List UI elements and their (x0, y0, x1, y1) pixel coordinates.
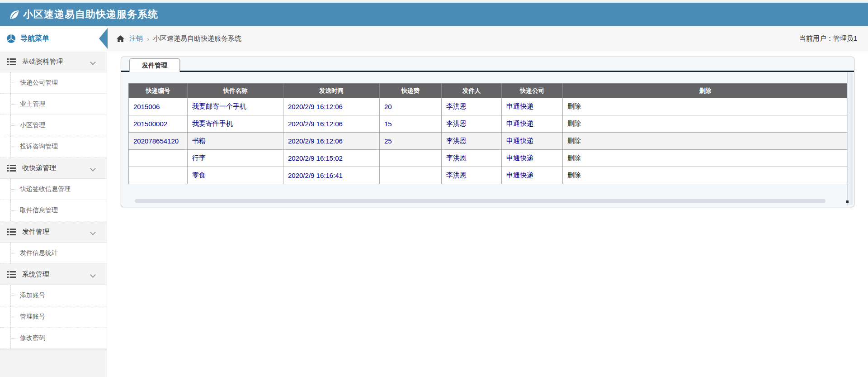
col-express-id: 快递编号 (129, 84, 188, 98)
main-content: 发件管理 快递编号 快件名称 发送时间 快递费 发件人 快递公司 删除 (107, 51, 868, 377)
cell-company: 申通快递 (502, 150, 563, 167)
page: 小区速递易自助快递服务系统 注销 › 小区速递易自助快递服务系统 当前用户：管理… (0, 0, 868, 377)
cell-sender: 李洪恩 (442, 150, 502, 167)
cell-express-id: 201500002 (129, 115, 188, 133)
sidebar-item-pickup-info-mgmt[interactable]: 取件信息管理 (0, 200, 107, 221)
sidebar-item-manage-account[interactable]: 管理账号 (0, 306, 107, 328)
table-row: 行李 2020/2/9 16:15:02 李洪恩 申通快递 删除 (129, 150, 848, 167)
list-icon (7, 229, 16, 235)
chevron-down-icon (90, 272, 96, 278)
sidebar-group-label: 系统管理 (22, 270, 49, 279)
sidebar-group-basic-data[interactable]: 基础资料管理 (0, 51, 107, 72)
delete-link[interactable]: 删除 (563, 167, 848, 184)
cell-parcel-name: 行李 (188, 150, 283, 167)
delete-link[interactable]: 删除 (563, 98, 848, 115)
scrollbar-corner (846, 200, 849, 203)
current-user-prefix: 当前用户： (799, 34, 833, 42)
cell-sender: 李洪恩 (442, 98, 502, 115)
cell-company: 申通快递 (502, 115, 563, 133)
col-parcel-name: 快件名称 (188, 84, 283, 98)
sidebar-item-add-account[interactable]: 添加账号 (0, 285, 107, 306)
home-icon[interactable] (116, 34, 125, 43)
sidebar-group-send-mgmt[interactable]: 发件管理 (0, 221, 107, 243)
cell-express-id (129, 167, 188, 184)
dashboard-pie-icon (6, 33, 16, 44)
sidebar-item-label: 修改密码 (20, 334, 45, 342)
table-row: 201500002 我要寄件手机 2020/2/9 16:12:06 15 李洪… (129, 115, 848, 133)
sidebar-item-sign-info-mgmt[interactable]: 快递签收信息管理 (0, 179, 107, 200)
sidebar-item-label: 快递公司管理 (20, 79, 58, 87)
delete-link[interactable]: 删除 (563, 150, 848, 167)
chevron-down-icon (90, 229, 96, 235)
cell-company: 申通快递 (502, 133, 563, 150)
logout-link[interactable]: 注销 (129, 34, 143, 43)
col-delete: 删除 (563, 84, 848, 98)
cell-fee (380, 150, 442, 167)
cell-company: 申通快递 (502, 98, 563, 115)
delete-link[interactable]: 删除 (563, 133, 848, 150)
sidebar-group-receive-mgmt[interactable]: 收快递管理 (0, 157, 107, 179)
col-fee: 快递费 (380, 84, 442, 98)
cell-parcel-name: 零食 (188, 167, 283, 184)
sidebar-item-label: 业主管理 (20, 100, 45, 108)
delete-link[interactable]: 删除 (563, 115, 848, 133)
col-send-time: 发送时间 (283, 84, 380, 98)
cell-parcel-name: 我要邮寄一个手机 (188, 98, 283, 115)
sidebar-header: 导航菜单 (0, 26, 107, 51)
tab-send-management[interactable]: 发件管理 (129, 58, 180, 72)
cell-send-time: 2020/2/9 16:12:06 (283, 115, 380, 133)
sidebar-item-label: 取件信息管理 (20, 206, 58, 215)
tab-underline (121, 71, 854, 72)
breadcrumb-current: 小区速递易自助快递服务系统 (153, 34, 241, 43)
cell-express-id (129, 150, 188, 167)
app-header: 小区速递易自助快递服务系统 (0, 3, 868, 26)
cell-fee: 15 (380, 115, 442, 133)
cell-sender: 李洪恩 (442, 115, 502, 133)
sidebar-group-label: 收快递管理 (22, 164, 56, 172)
sidebar-item-express-company-mgmt[interactable]: 快递公司管理 (0, 72, 107, 94)
sidebar-item-label: 添加账号 (20, 291, 45, 300)
table-row: 2015006 我要邮寄一个手机 2020/2/9 16:12:06 20 李洪… (129, 98, 848, 115)
sidebar-filler (0, 349, 107, 377)
sidebar-collapse-arrow-icon (99, 28, 108, 49)
sidebar-item-label: 发件信息统计 (20, 249, 58, 257)
cell-send-time: 2020/2/9 16:16:41 (283, 167, 380, 184)
current-user-name: 管理员1 (833, 34, 857, 42)
sidebar-item-label: 快递签收信息管理 (20, 185, 71, 193)
cell-send-time: 2020/2/9 16:12:06 (283, 133, 380, 150)
app-title: 小区速递易自助快递服务系统 (23, 8, 158, 21)
sidebar-item-community-mgmt[interactable]: 小区管理 (0, 115, 107, 136)
sidebar-item-change-password[interactable]: 修改密码 (0, 328, 107, 349)
list-icon (7, 58, 16, 65)
shipments-table: 快递编号 快件名称 发送时间 快递费 发件人 快递公司 删除 2015006 我… (128, 83, 848, 184)
cell-fee (380, 167, 442, 184)
cell-send-time: 2020/2/9 16:12:06 (283, 98, 380, 115)
sidebar-item-label: 小区管理 (20, 121, 45, 129)
col-sender: 发件人 (442, 84, 502, 98)
cell-send-time: 2020/2/9 16:15:02 (283, 150, 380, 167)
col-company: 快递公司 (502, 84, 563, 98)
cell-parcel-name: 我要寄件手机 (188, 115, 283, 133)
sidebar-header-label: 导航菜单 (20, 34, 49, 43)
sidebar-item-label: 管理账号 (20, 313, 45, 321)
horizontal-scrollbar-thumb[interactable] (135, 199, 826, 203)
sidebar-group-system-mgmt[interactable]: 系统管理 (0, 264, 107, 285)
cell-sender: 李洪恩 (442, 133, 502, 150)
current-user-label: 当前用户：管理员1 (799, 34, 857, 43)
leaf-logo-icon (8, 9, 20, 21)
cell-fee: 20 (380, 98, 442, 115)
list-icon (7, 165, 16, 172)
chevron-down-icon (90, 59, 96, 65)
list-icon (7, 271, 16, 278)
sidebar-item-owner-mgmt[interactable]: 业主管理 (0, 94, 107, 115)
breadcrumb: 注销 › 小区速递易自助快递服务系统 当前用户：管理员1 (107, 26, 868, 51)
sidebar-group-label: 发件管理 (22, 228, 49, 236)
chevron-down-icon (90, 166, 96, 172)
cell-fee: 25 (380, 133, 442, 150)
sidebar-item-send-info-stats[interactable]: 发件信息统计 (0, 243, 107, 264)
send-management-panel: 发件管理 快递编号 快件名称 发送时间 快递费 发件人 快递公司 删除 (121, 57, 854, 207)
sidebar-item-label: 投诉咨询管理 (20, 143, 58, 151)
sidebar-item-complaint-mgmt[interactable]: 投诉咨询管理 (0, 136, 107, 157)
vertical-scrollbar[interactable] (847, 72, 853, 205)
sidebar: 导航菜单 基础资料管理 快递公司管理 业主管理 小区管理 投诉咨询管理 收快递管… (0, 26, 107, 377)
